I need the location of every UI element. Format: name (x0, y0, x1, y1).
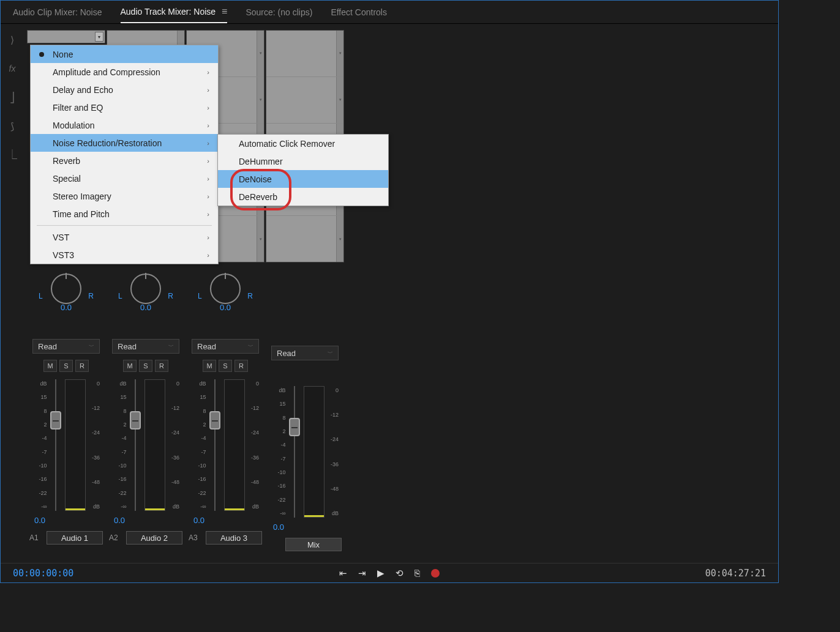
scale-tick: 2 (271, 428, 286, 434)
solo-button[interactable]: S (59, 360, 73, 372)
fx-icon[interactable]: fx (6, 62, 18, 75)
rail-icon-5[interactable]: ⎿ (6, 148, 18, 162)
fader-area: dB 15 8 2 -4 -7 -10 -16 -22 -∞ 0 (192, 379, 259, 511)
pan-right-label: R (88, 292, 94, 300)
fx-dropdown-trigger[interactable]: ▾ (27, 30, 105, 43)
scale-tick: -10 (192, 463, 206, 469)
menu-item-filter[interactable]: Filter and EQ › (31, 99, 218, 116)
fx-slot-handle[interactable] (336, 77, 343, 123)
menu-item-label: Filter and EQ (53, 103, 103, 113)
record-button[interactable]: R (155, 360, 168, 372)
level-meter (144, 379, 165, 511)
scale-tick: -48 (247, 479, 259, 485)
fx-slot[interactable] (266, 77, 343, 124)
record-button[interactable]: R (75, 360, 89, 372)
mute-button[interactable]: M (123, 360, 137, 372)
track-name-field[interactable]: Audio 1 (47, 531, 103, 545)
record-button[interactable]: R (234, 360, 248, 372)
loop-button[interactable]: ⟲ (396, 568, 403, 579)
menu-item-special[interactable]: Special › (31, 169, 218, 187)
fx-slot-handle[interactable] (257, 31, 264, 76)
fx-slot-handle[interactable] (257, 77, 264, 123)
track-name-field[interactable]: Mix (285, 538, 342, 551)
fx-slot[interactable] (266, 31, 343, 77)
transport-footer: 00:00:00:00 ⇤ ⇥ ▶ ⟲ ⎘ 00:04:27:21 (1, 563, 778, 582)
menu-item-amplitude[interactable]: Amplitude and Compression › (31, 63, 218, 81)
menu-item-modulation[interactable]: Modulation › (31, 116, 218, 134)
fader-track[interactable] (129, 379, 143, 511)
solo-button[interactable]: S (219, 360, 232, 372)
transport-controls: ⇤ ⇥ ▶ ⟲ ⎘ (339, 568, 440, 579)
fader-track[interactable] (49, 379, 63, 511)
export-icon[interactable]: ⎘ (414, 568, 420, 578)
pan-knob[interactable] (210, 273, 241, 304)
menu-item-stereo-imagery[interactable]: Stereo Imagery › (31, 187, 218, 205)
meter-scale: 0 -12 -24 -36 -48 dB (324, 386, 339, 518)
tab-source[interactable]: Source: (no clips) (246, 2, 312, 22)
go-to-in-button[interactable]: ⇤ (339, 568, 347, 579)
pan-left-label: L (118, 292, 122, 300)
play-button[interactable]: ▶ (377, 568, 384, 579)
fx-slot[interactable] (266, 216, 343, 262)
fader-track[interactable] (208, 379, 222, 511)
tab-track-mixer[interactable]: Audio Track Mixer: Noise ≡ (121, 1, 228, 23)
go-to-out-button[interactable]: ⇥ (358, 568, 366, 579)
automation-mode-dropdown[interactable]: Read ﹀ (32, 339, 100, 354)
automation-mode-dropdown[interactable]: Read ﹀ (112, 339, 179, 354)
scale-tick: 15 (112, 394, 127, 400)
submenu-item-dehummer[interactable]: DeHummer (218, 152, 388, 170)
menu-item-vst[interactable]: VST › (31, 228, 218, 246)
fader-handle[interactable] (50, 411, 61, 429)
pan-value: 0.0 (61, 303, 72, 312)
fader-area: dB 15 8 2 -4 -7 -10 -16 -22 -∞ 0 (32, 379, 100, 511)
menu-item-time-pitch[interactable]: Time and Pitch › (31, 205, 218, 223)
track-id: A2 (109, 533, 122, 542)
tab-effect-controls[interactable]: Effect Controls (331, 2, 387, 22)
menu-item-label: Noise Reduction/Restoration (53, 138, 162, 148)
fader-scale-left: dB 15 8 2 -4 -7 -10 -16 -22 -∞ (32, 379, 49, 511)
submenu-item-auto-click-remover[interactable]: Automatic Click Remover (218, 135, 388, 152)
solo-button[interactable]: S (139, 360, 152, 372)
msr-buttons: M S R (43, 360, 89, 372)
fx-slot-handle[interactable] (336, 216, 343, 262)
submenu-item-dereverb[interactable]: DeReverb (218, 188, 388, 206)
rail-icon-3[interactable]: ⎦ (6, 91, 18, 104)
panel-menu-icon[interactable]: ≡ (222, 6, 227, 17)
automation-mode-dropdown[interactable]: Read ﹀ (271, 346, 339, 360)
menu-item-delay[interactable]: Delay and Echo › (31, 81, 218, 99)
playhead-timecode[interactable]: 00:00:00:00 (13, 568, 73, 579)
fader-scale-left: dB 15 8 2 -4 -7 -10 -16 -22 -∞ (192, 379, 208, 511)
chevron-right-icon: › (207, 193, 209, 200)
fader-handle[interactable] (209, 411, 220, 429)
scale-tick: -12 (326, 412, 339, 418)
pan-left-label: L (39, 292, 43, 300)
fx-slot-handle[interactable] (257, 216, 264, 262)
track-name-field[interactable]: Audio 3 (206, 531, 262, 545)
menu-item-none[interactable]: None (31, 45, 218, 63)
scale-tick: -∞ (112, 504, 127, 510)
rail-icon-1[interactable]: ⟩ (6, 33, 18, 46)
fader-handle[interactable] (130, 411, 141, 429)
menu-item-vst3[interactable]: VST3 › (31, 246, 218, 264)
menu-item-noise-reduction[interactable]: Noise Reduction/Restoration › (31, 134, 218, 152)
fx-slot-handle[interactable] (336, 31, 343, 76)
rail-icon-4[interactable]: ⟆ (6, 119, 18, 133)
tab-clip-mixer[interactable]: Audio Clip Mixer: Noise (13, 2, 102, 22)
fader-track[interactable] (288, 386, 302, 518)
chevron-right-icon: › (207, 122, 209, 129)
menu-item-label: Amplitude and Compression (53, 67, 160, 77)
chevron-right-icon: › (207, 104, 209, 111)
fader-handle[interactable] (289, 418, 300, 436)
pan-knob[interactable] (130, 273, 161, 304)
record-icon[interactable] (431, 569, 440, 578)
scale-tick: -16 (32, 476, 47, 482)
menu-item-reverb[interactable]: Reverb › (31, 152, 218, 169)
pan-knob[interactable] (51, 273, 81, 304)
track-name-field[interactable]: Audio 2 (126, 531, 182, 545)
fx-submenu: Automatic Click Remover DeHummer DeNoise… (217, 134, 389, 206)
duration-timecode: 00:04:27:21 (705, 568, 766, 579)
mute-button[interactable]: M (43, 360, 57, 372)
automation-mode-dropdown[interactable]: Read ﹀ (192, 339, 259, 354)
mute-button[interactable]: M (203, 360, 216, 372)
submenu-item-denoise[interactable]: DeNoise (218, 170, 388, 188)
